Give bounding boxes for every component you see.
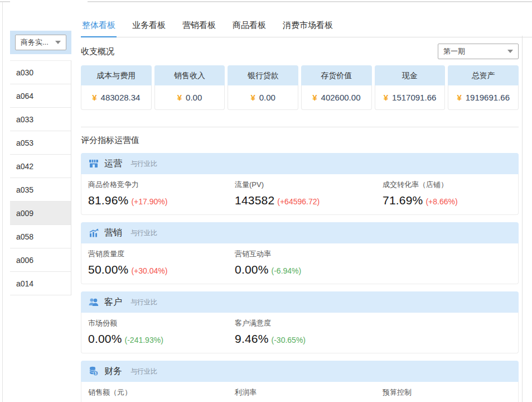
yuan-icon: ¥ — [457, 93, 461, 102]
metric-price-competitiveness: 商品价格竞争力 81.96%(+17.90%) — [88, 180, 235, 207]
metric-delta: (+17.90%) — [131, 197, 167, 206]
stat-value-cell: ¥ 1517091.66 — [375, 85, 446, 110]
list-item-a058[interactable]: a058 — [10, 225, 71, 248]
sidebar-filter-panel: 商务实... — [10, 31, 71, 54]
stat-value: 1517091.66 — [392, 93, 436, 102]
stat-bank-loan: 银行贷款 ¥ 0.00 — [228, 65, 298, 110]
industry-compare-label: 与行业比 — [130, 228, 157, 238]
company-select[interactable]: 商务实... — [15, 35, 66, 50]
metric-value: 9.46% — [235, 332, 269, 345]
list-item-a064[interactable]: a064 — [10, 84, 71, 108]
finance-overview-title: 收支概况 — [81, 46, 114, 57]
stat-header: 成本与费用 — [81, 65, 152, 85]
tab-overall-board[interactable]: 整体看板 — [81, 16, 117, 37]
finance-stats-row: 成本与费用 ¥ 483028.34 销售收入 ¥ 0.00 银行贷款 ¥ 0.0… — [81, 65, 519, 110]
metric-customer-satisfaction: 客户满意度 9.46%(-30.65%) — [235, 318, 383, 346]
industry-compare-label: 与行业比 — [130, 367, 157, 376]
metric-label: 客户满意度 — [235, 318, 383, 328]
group-name: 运营 — [104, 158, 122, 170]
period-select-value: 第一期 — [443, 46, 465, 56]
stat-value: 402600.00 — [321, 93, 361, 102]
metric-marketing-quality: 营销质量度 50.00%(+30.04%) — [88, 249, 235, 276]
metric-delta: (-6.94%) — [272, 266, 302, 275]
chart-up-icon — [88, 227, 99, 238]
metric-value: 143582 — [235, 194, 274, 207]
stat-header: 银行贷款 — [228, 65, 298, 85]
metric-market-share: 市场份额 0.00%(-241.93%) — [88, 318, 235, 346]
tab-marketing-board[interactable]: 营销看板 — [181, 16, 217, 37]
tab-business-board[interactable]: 业务看板 — [131, 16, 167, 37]
list-item-a014[interactable]: a014 — [10, 272, 71, 295]
metric-label: 商品价格竞争力 — [88, 180, 235, 190]
metric-value: 71.69% — [383, 194, 423, 207]
tab-product-board[interactable]: 商品看板 — [231, 16, 267, 37]
yuan-icon: ¥ — [92, 93, 96, 102]
yuan-icon: ¥ — [177, 93, 182, 102]
group-name: 客户 — [104, 296, 122, 308]
metric-delta: (+8.66%) — [425, 197, 457, 206]
group-customer: 客户 与行业比 市场份额 0.00%(-241.93%) 客户满意度 9.46%… — [81, 291, 519, 353]
period-select[interactable]: 第一期 — [438, 44, 519, 59]
coins-icon: $ — [88, 366, 99, 377]
company-select-value: 商务实... — [21, 37, 49, 47]
stat-value-cell: ¥ 483028.34 — [81, 85, 152, 110]
metric-delta: (-241.93%) — [125, 336, 163, 344]
finance-overview-header: 收支概况 第一期 — [81, 42, 519, 61]
metric-traffic-pv: 流量(PV) 143582(+64596.72) — [235, 180, 383, 207]
list-item-a030[interactable]: a030 — [10, 61, 71, 84]
stat-value: 483028.34 — [101, 93, 141, 102]
stat-header: 现金 — [375, 65, 446, 85]
group-operations-metrics: 商品价格竞争力 81.96%(+17.90%) 流量(PV) 143582(+6… — [81, 174, 519, 215]
metric-label: 预算控制 — [383, 387, 518, 398]
users-icon — [88, 296, 99, 308]
stat-value-cell: ¥ 402600.00 — [301, 85, 372, 110]
group-finance-metrics: 销售额（元） 0.00(-7862.97) 利润率 0.00%(+2.60%) … — [81, 382, 519, 402]
section-divider — [81, 127, 519, 127]
stat-cost-expense: 成本与费用 ¥ 483028.34 — [81, 65, 152, 110]
stat-value: 0.00 — [259, 93, 275, 102]
group-marketing-header: 营销 与行业比 — [81, 222, 519, 243]
page-top-border-left — [0, 1, 10, 2]
main-panel: 整体看板 业务看板 营销看板 商品看板 消费市场看板 收支概况 第一期 成本与费… — [81, 16, 532, 402]
group-customer-header: 客户 与行业比 — [81, 291, 519, 313]
page-left-border — [2, 2, 3, 402]
list-item-a009-selected[interactable]: a009 — [10, 202, 71, 225]
yuan-icon: ¥ — [312, 93, 317, 102]
score-section-title: 评分指标运营值 — [81, 135, 532, 146]
chevron-down-icon — [55, 41, 61, 44]
group-marketing-metrics: 营销质量度 50.00%(+30.04%) 营销互动率 0.00%(-6.94%… — [81, 243, 519, 284]
list-item-a033[interactable]: a033 — [10, 108, 71, 131]
stat-total-assets: 总资产 ¥ 1919691.66 — [448, 65, 519, 110]
group-finance: $ 财务 与行业比 销售额（元） 0.00(-7862.97) 利润率 0.00… — [81, 361, 519, 402]
yuan-icon: ¥ — [384, 93, 388, 102]
stat-inventory-value: 存货价值 ¥ 402600.00 — [301, 65, 372, 110]
metric-label: 利润率 — [235, 387, 383, 398]
list-item-a042[interactable]: a042 — [10, 155, 71, 178]
list-item-a006[interactable]: a006 — [10, 248, 71, 272]
svg-text:$: $ — [95, 371, 97, 375]
stat-sales-income: 销售收入 ¥ 0.00 — [154, 65, 225, 110]
stat-cash: 现金 ¥ 1517091.66 — [375, 65, 446, 110]
tab-consumer-market-board[interactable]: 消费市场看板 — [282, 16, 334, 37]
group-operations-header: 运营 与行业比 — [81, 153, 519, 174]
list-item-a035[interactable]: a035 — [10, 178, 71, 202]
metric-conversion-rate: 成交转化率（店铺） 71.69%(+8.66%) — [383, 180, 518, 207]
stat-header: 总资产 — [448, 65, 519, 85]
metric-profit-rate: 利润率 0.00%(+2.60%) — [235, 387, 383, 402]
stat-value: 1919691.66 — [466, 93, 510, 102]
metric-label: 营销互动率 — [235, 249, 383, 259]
group-name: 营销 — [104, 227, 122, 239]
metric-label: 营销质量度 — [88, 249, 235, 259]
group-finance-header: $ 财务 与行业比 — [81, 361, 519, 382]
metric-label: 成交转化率（店铺） — [383, 180, 518, 190]
metric-marketing-interaction: 营销互动率 0.00%(-6.94%) — [235, 249, 383, 276]
stat-value: 0.00 — [186, 93, 202, 102]
metric-delta: (-30.65%) — [272, 336, 306, 344]
storefront-icon — [88, 158, 99, 169]
stat-value-cell: ¥ 0.00 — [228, 85, 298, 110]
industry-compare-label: 与行业比 — [130, 298, 157, 307]
page-top-border-right — [88, 1, 532, 2]
stat-value-cell: ¥ 0.00 — [154, 85, 225, 110]
list-item-a053[interactable]: a053 — [10, 131, 71, 155]
metric-value: 50.00% — [88, 263, 128, 276]
